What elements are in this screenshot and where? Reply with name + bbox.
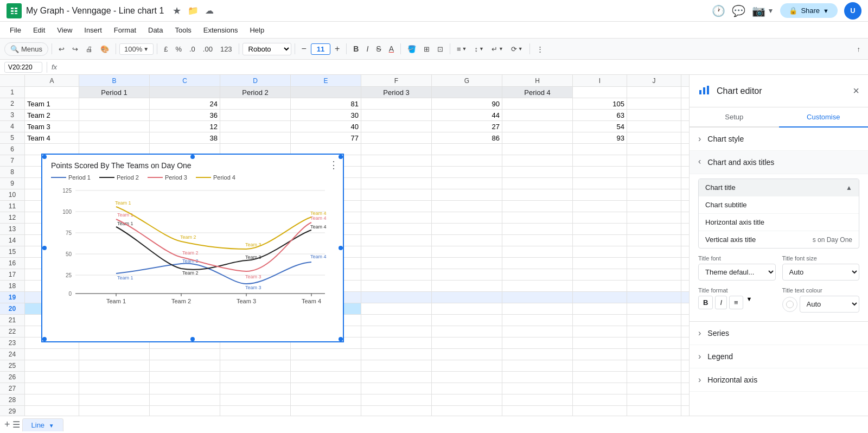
col-header-k[interactable]: K [681,75,689,87]
cell-b4[interactable] [79,121,150,132]
cell-a1[interactable] [25,87,79,98]
title-option-chart-title[interactable]: Chart title ▲ [699,179,859,196]
cell-j4[interactable] [627,121,681,132]
align-format-button[interactable]: ≡ [729,296,743,309]
cell-j5[interactable] [627,132,681,144]
cell-j1[interactable] [627,87,681,98]
tab-setup[interactable]: Setup [690,107,779,128]
resize-handle-top-right[interactable] [339,155,343,159]
cell-k2[interactable] [681,98,689,110]
cell-i2[interactable]: 105 [573,98,627,110]
cell-k1[interactable] [681,87,689,98]
col-header-j[interactable]: J [627,75,681,87]
cell-c4[interactable]: 12 [150,121,220,132]
cell-f5[interactable] [361,132,432,144]
account-avatar[interactable]: U [844,2,861,20]
cell-d4[interactable] [220,121,291,132]
cell-c5[interactable]: 38 [150,132,220,144]
cell-d3[interactable] [220,110,291,121]
cell-i1[interactable] [573,87,627,98]
borders-button[interactable]: ⊞ [420,43,433,55]
format-button[interactable]: 123 [217,43,235,55]
cell-g1[interactable] [432,87,502,98]
cell-c1[interactable] [150,87,220,98]
cell-reference-input[interactable] [4,62,42,73]
col-header-g[interactable]: G [432,75,502,87]
title-font-select[interactable]: Theme defaul... [698,264,776,281]
col-header-c[interactable]: C [150,75,220,87]
cell-g4[interactable]: 27 [432,121,502,132]
cell-a3[interactable]: Team 2 [25,110,79,121]
bold-format-button[interactable]: B [698,296,713,309]
paint-format-button[interactable]: 🎨 [97,43,112,55]
font-size-decrease[interactable]: − [298,42,310,56]
cell-b2[interactable] [79,98,150,110]
cell-j3[interactable] [627,110,681,121]
align-v-button[interactable]: ↕▼ [471,43,487,55]
resize-handle-bottom-left[interactable] [42,337,47,341]
tab-customise[interactable]: Customise [779,107,869,128]
chart-more-options-button[interactable]: ⋮ [329,159,339,171]
series-section[interactable]: › Series [690,322,868,345]
cell-g5[interactable]: 86 [432,132,502,144]
sheet-tab-line[interactable]: Line ▼ [22,418,63,431]
font-size-input[interactable] [311,43,330,55]
cell-k3[interactable] [681,110,689,121]
menus-button[interactable]: 🔍 Menus [4,42,48,56]
close-editor-button[interactable]: × [853,85,859,97]
resize-handle-top[interactable] [190,155,195,159]
resize-handle-right[interactable] [339,246,343,250]
cell-i4[interactable]: 54 [573,121,627,132]
title-type-dropdown[interactable]: Chart title ▲ Chart subtitle Horizontal … [698,179,859,249]
undo-button[interactable]: ↩ [55,43,68,55]
title-option-horizontal-axis[interactable]: Horizontal axis title [699,213,859,231]
cell-c3[interactable]: 36 [150,110,220,121]
cell-j2[interactable] [627,98,681,110]
menu-tools[interactable]: Tools [169,24,196,36]
italic-format-button[interactable]: I [715,296,727,309]
percent-button[interactable]: % [172,43,185,55]
print-button[interactable]: 🖨 [82,43,96,55]
cell-a5[interactable]: Team 4 [25,132,79,144]
title-option-vertical-axis[interactable]: Vertical axis title s on Day One [699,231,859,248]
merge-button[interactable]: ⊡ [434,43,446,55]
cell-c2[interactable]: 24 [150,98,220,110]
text-rotate-button[interactable]: ⟳▼ [508,43,526,55]
resize-handle-top-left[interactable] [42,155,47,159]
cell-i5[interactable]: 93 [573,132,627,144]
cell-f2[interactable] [361,98,432,110]
cell-a4[interactable]: Team 3 [25,121,79,132]
chart-axis-titles-section[interactable]: › Chart and axis titles [690,151,868,174]
menu-help[interactable]: Help [244,24,270,36]
zoom-button[interactable]: 100% ▼ [119,43,154,55]
bold-button[interactable]: B [350,42,362,55]
decimal-up-button[interactable]: .00 [200,43,216,55]
menu-insert[interactable]: Insert [79,24,107,36]
cell-b1[interactable]: Period 1 [79,87,150,98]
cell-e2[interactable]: 81 [291,98,361,110]
formula-input[interactable] [61,63,864,71]
decimal-down-button[interactable]: .0 [186,43,199,55]
menu-file[interactable]: File [4,24,27,36]
horizontal-axis-section[interactable]: › Horizontal axis [690,368,868,392]
font-size-increase[interactable]: + [331,42,343,56]
more-options-button[interactable]: ⋮ [533,43,547,55]
col-header-d[interactable]: D [220,75,291,87]
text-wrap-button[interactable]: ↵▼ [488,43,507,55]
history-icon[interactable]: 🕐 [712,4,725,17]
font-color-button[interactable]: A [386,42,397,55]
hide-toolbar-button[interactable]: ↑ [854,43,864,55]
fill-color-button[interactable]: 🪣 [404,43,419,55]
cell-h4[interactable] [502,121,573,132]
align-h-button[interactable]: ≡▼ [454,43,470,55]
cell-e1[interactable] [291,87,361,98]
menu-format[interactable]: Format [108,24,142,36]
comment-icon[interactable]: 💬 [732,4,745,17]
redo-button[interactable]: ↪ [69,43,81,55]
currency-button[interactable]: £ [161,43,171,55]
cell-e5[interactable]: 77 [291,132,361,144]
cell-g2[interactable]: 90 [432,98,502,110]
cell-h2[interactable] [502,98,573,110]
folder-icon[interactable]: 📁 [188,5,199,16]
cell-i3[interactable]: 63 [573,110,627,121]
